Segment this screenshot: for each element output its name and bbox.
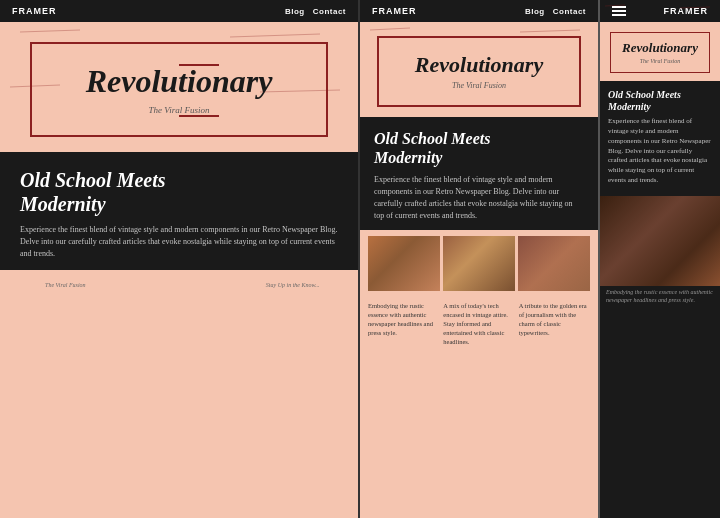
hamburger-menu[interactable] <box>612 6 626 16</box>
panel-mobile: FRAMER Revolutionary The Viral Fusion Ol… <box>598 0 720 518</box>
svg-line-0 <box>20 30 80 32</box>
dark-caption-panel3: Embodying the rustic essence with authen… <box>600 286 720 308</box>
brand-logo-panel2: FRAMER <box>372 6 417 16</box>
section-body-panel3: Experience the finest blend of vintage s… <box>608 117 712 186</box>
nav-contact-panel2[interactable]: Contact <box>553 7 586 16</box>
nav-blog-panel2[interactable]: Blog <box>525 7 545 16</box>
caption-3-panel2: A tribute to the golden era of journalis… <box>519 301 590 346</box>
section-heading-panel2: Old School Meets Modernity <box>374 129 584 167</box>
panel-tablet: FRAMER Blog Contact Revolutionary The Vi… <box>358 0 598 518</box>
hero-panel1: Revolutionary The Viral Fusion <box>0 22 358 152</box>
ham-line-2 <box>612 10 626 12</box>
photo-2-panel2 <box>443 236 515 291</box>
section-heading-panel1: Old School Meets Modernity <box>20 168 338 216</box>
photo-3-panel2 <box>518 236 590 291</box>
hero-title-panel1: Revolutionary <box>62 64 296 99</box>
nav-links-panel1: Blog Contact <box>285 7 346 16</box>
nav-blog-panel1[interactable]: Blog <box>285 7 305 16</box>
hero-title-panel3: Revolutionary <box>621 41 699 55</box>
caption-2-panel2: A mix of today's tech encased in vintage… <box>443 301 514 346</box>
content-section-panel3: Old School Meets Modernity Experience th… <box>600 81 720 192</box>
svg-line-1 <box>230 34 320 37</box>
svg-line-5 <box>520 30 580 32</box>
photo-strip-panel1: The Viral Fusion Stay Up in the Know... <box>0 270 358 299</box>
navbar-panel3: FRAMER <box>600 0 720 22</box>
hero-subtitle-panel3: The Viral Fusion <box>621 58 699 64</box>
hero-box-panel2: Revolutionary The Viral Fusion <box>377 36 581 107</box>
brand-logo-panel1: FRAMER <box>12 6 57 16</box>
content-section-panel2: Old School Meets Modernity Experience th… <box>360 117 598 229</box>
panel-desktop: FRAMER Blog Contact Revolutionary The Vi… <box>0 0 358 518</box>
section-heading-panel3: Old School Meets Modernity <box>608 89 712 113</box>
svg-line-4 <box>370 28 410 30</box>
ham-line-3 <box>612 14 626 16</box>
hero-panel2: Revolutionary The Viral Fusion <box>360 22 598 117</box>
navbar-panel2: FRAMER Blog Contact <box>360 0 598 22</box>
hero-subtitle-panel1: The Viral Fusion <box>62 105 296 115</box>
hero-subtitle-panel2: The Viral Fusion <box>399 81 559 90</box>
nav-contact-panel1[interactable]: Contact <box>313 7 346 16</box>
hero-title-panel2: Revolutionary <box>399 53 559 77</box>
photo-grid-panel2 <box>360 230 598 297</box>
brand-logo-panel3: FRAMER <box>664 6 709 16</box>
photo-caption-2-panel1 <box>124 280 235 291</box>
caption-row-panel2: Embodying the rustic essence with authen… <box>360 297 598 352</box>
nav-links-panel2: Blog Contact <box>525 7 586 16</box>
ham-line-1 <box>612 6 626 8</box>
dark-photo-panel3 <box>600 196 720 286</box>
navbar-panel1: FRAMER Blog Contact <box>0 0 358 22</box>
photo-1-panel2 <box>368 236 440 291</box>
hero-panel3: Revolutionary The Viral Fusion <box>600 22 720 81</box>
section-body-panel1: Experience the finest blend of vintage s… <box>20 224 338 260</box>
photo-caption-3-panel1: Stay Up in the Know... <box>237 280 348 291</box>
content-section-panel1: Old School Meets Modernity Experience th… <box>0 152 358 270</box>
hero-box-panel1: Revolutionary The Viral Fusion <box>30 42 328 137</box>
photo-caption-1-panel1: The Viral Fusion <box>10 280 121 291</box>
hero-box-panel3: Revolutionary The Viral Fusion <box>610 32 710 73</box>
caption-1-panel2: Embodying the rustic essence with authen… <box>368 301 439 346</box>
section-body-panel2: Experience the finest blend of vintage s… <box>374 174 584 222</box>
